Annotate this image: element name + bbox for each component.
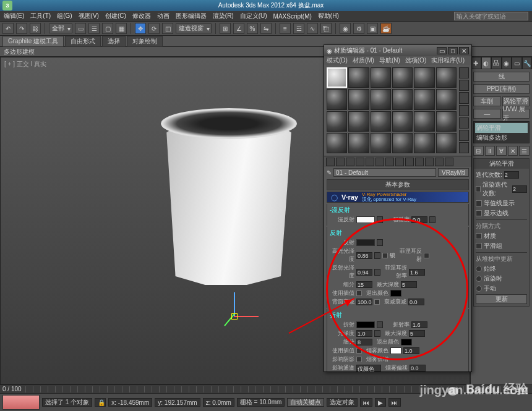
mat-slot[interactable] (436, 67, 457, 88)
mod-btn-lathe[interactable]: 车削 (473, 96, 501, 106)
mod-btn-uvw[interactable]: UVW 展开 (502, 109, 530, 119)
mod-btn-ppd[interactable]: PPD(车削) (473, 84, 530, 94)
mat-slot[interactable] (414, 89, 434, 109)
chk-sg[interactable] (476, 243, 482, 249)
layers-icon[interactable]: ☲ (293, 23, 304, 34)
snap-icon[interactable]: ⊞ (220, 23, 231, 34)
menu-create[interactable]: 创建(C) (105, 12, 126, 20)
ribbon-tab-graphite[interactable]: Graphite 建模工具 (2, 36, 64, 47)
render-setup-icon[interactable]: ⚙ (353, 23, 364, 34)
coord-z[interactable]: z: 0.0mm (203, 398, 234, 407)
play-icon[interactable]: ▶ (375, 398, 386, 407)
me-menu-util[interactable]: 实用程序(U) (431, 56, 465, 65)
coord-x[interactable]: x: -18.459mm (108, 398, 152, 407)
me-side-slot-icon[interactable] (459, 142, 469, 153)
hgloss-map-button[interactable] (374, 252, 380, 259)
stack-pin-icon[interactable]: ⊟ (473, 146, 484, 156)
me-side-sample-icon[interactable] (459, 67, 469, 78)
fresnel-chk[interactable] (424, 253, 429, 258)
hilight-gloss-spinner[interactable]: 0.86 (356, 252, 372, 259)
rollout-basic-params[interactable]: 基本参数 (327, 179, 469, 190)
refract-map-button[interactable] (377, 321, 383, 328)
menu-modifiers[interactable]: 修改器 (132, 12, 151, 20)
me-side-uv-icon[interactable] (459, 105, 469, 116)
chk-isoline[interactable] (476, 200, 482, 206)
eyedropper-icon[interactable]: ✎ (327, 169, 332, 176)
stack-unique-icon[interactable]: ∀ (496, 146, 507, 156)
keyrange-box[interactable] (2, 395, 40, 410)
mat-slot[interactable] (414, 133, 434, 153)
stack-remove-icon[interactable]: ✕ (508, 146, 518, 156)
chk-mat[interactable] (476, 233, 482, 239)
matedit-titlebar[interactable]: ◉ 材质编辑器 - 01 - Default ▭ □ ✕ (324, 45, 471, 56)
lock-chk[interactable] (382, 253, 388, 258)
dim-chk[interactable] (374, 299, 380, 305)
fogmult-spinner[interactable]: 1.0 (403, 347, 419, 354)
me-menu-options[interactable]: 选项(O) (405, 56, 426, 65)
affect-channels-dropdown[interactable]: 仅颜色 (356, 365, 381, 371)
me-copy-icon[interactable] (366, 158, 374, 166)
render-iter-spinner[interactable] (512, 185, 527, 193)
mat-slot[interactable] (371, 111, 391, 132)
menu-customize[interactable]: 自定义(U) (240, 12, 267, 20)
refl-interp-chk[interactable] (356, 290, 362, 296)
mat-slot[interactable] (414, 67, 434, 88)
chk-renderiter[interactable] (476, 186, 481, 192)
modifier-stack[interactable]: 涡轮平滑 编辑多边形 (473, 121, 530, 143)
ribbon-sub-label[interactable]: 多边形建模 (4, 48, 35, 56)
max-button[interactable]: □ (448, 47, 458, 54)
diffuse-swatch[interactable] (356, 216, 375, 223)
rad-always[interactable] (476, 266, 482, 272)
mat-slot[interactable] (436, 133, 457, 153)
me-show-icon[interactable] (405, 158, 414, 166)
menu-rendering[interactable]: 渲染(R) (213, 12, 234, 20)
close-button[interactable]: ✕ (459, 47, 469, 54)
menu-animation[interactable]: 动画 (157, 12, 169, 20)
reflect-map-button[interactable] (377, 239, 383, 246)
roughness-spinner[interactable]: 0.0 (411, 216, 427, 223)
me-unique-icon[interactable] (375, 158, 384, 166)
cmd-tab-modify-icon[interactable]: ◐ (481, 57, 492, 69)
me-parent-icon[interactable] (425, 158, 434, 166)
min-button[interactable]: ▭ (437, 47, 447, 54)
mat-slot[interactable] (327, 111, 347, 132)
mat-slot[interactable] (436, 111, 457, 132)
modifier-list-dropdown[interactable]: 线 (473, 72, 530, 82)
mat-slot[interactable] (371, 67, 391, 88)
refl-gloss-spinner[interactable]: 0.94 (356, 269, 372, 276)
mat-slot[interactable] (414, 111, 434, 132)
scale-icon[interactable]: ◫ (162, 23, 173, 34)
mat-slot[interactable] (327, 89, 347, 109)
me-menu-modes[interactable]: 模式(D) (327, 56, 348, 65)
cmd-tab-utilities-icon[interactable]: 🔧 (522, 57, 533, 69)
lock-selection-icon[interactable]: 🔒 (95, 398, 106, 407)
refl-maxdepth-spinner[interactable]: 5 (401, 281, 417, 288)
refract-swatch[interactable] (356, 321, 375, 328)
refr-maxdepth-spinner[interactable]: 5 (409, 330, 425, 337)
menu-maxscript[interactable]: MAXScript(M) (273, 13, 312, 20)
transform-gizmo-icon[interactable] (217, 292, 254, 329)
me-id-icon[interactable] (395, 158, 404, 166)
scene-object[interactable] (155, 112, 315, 310)
viewport-label[interactable]: [ + ] 正交 I 真实 (4, 60, 46, 69)
refl-exit-swatch[interactable] (390, 290, 401, 297)
me-put-icon[interactable] (336, 158, 345, 166)
ribbon-tab-objpaint[interactable]: 对象绘制 (127, 36, 163, 47)
mat-slot[interactable] (348, 89, 369, 109)
menu-tools[interactable]: 工具(T) (30, 12, 51, 20)
menu-help[interactable]: 帮助(H) (318, 12, 339, 20)
refrgloss-map-button[interactable] (374, 330, 380, 337)
cmd-tab-motion-icon[interactable]: ◉ (502, 57, 512, 69)
curve-editor-icon[interactable]: ∿ (307, 23, 318, 34)
material-editor-icon[interactable]: ◉ (340, 23, 351, 34)
rad-render[interactable] (476, 276, 482, 282)
ribbon-tab-selection[interactable]: 选择 (102, 36, 126, 47)
fog-swatch[interactable] (390, 347, 401, 354)
rgloss-map-button[interactable] (374, 269, 380, 276)
refcoord-dropdown[interactable]: 建造视窗 (176, 23, 212, 33)
dim-falloff-spinner[interactable]: 0.0 (408, 299, 424, 305)
render-frame-icon[interactable]: ▣ (367, 23, 378, 34)
iterations-spinner[interactable] (504, 171, 519, 179)
coord-y[interactable]: y: 192.157mm (155, 398, 200, 407)
stack-show-icon[interactable]: Ⅱ (485, 146, 496, 156)
